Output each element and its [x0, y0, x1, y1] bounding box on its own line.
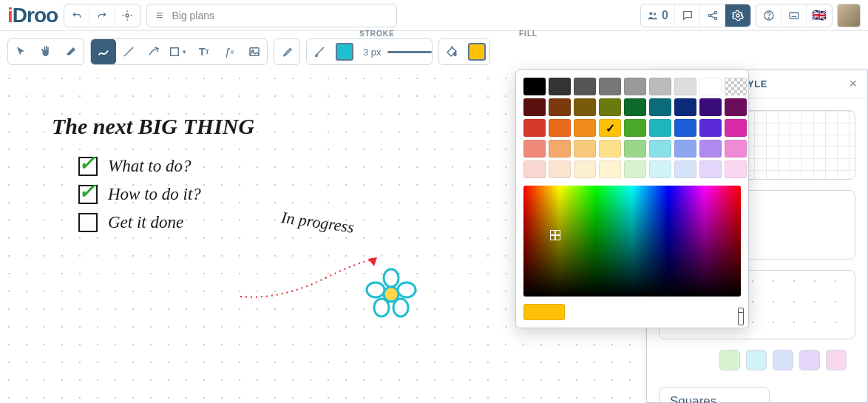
avatar[interactable] — [837, 4, 861, 27]
stroke-style-button[interactable] — [307, 39, 332, 64]
menu-icon[interactable]: ≡ — [156, 9, 163, 22]
stroke-color-button[interactable] — [332, 39, 357, 64]
image-tool[interactable] — [242, 39, 267, 64]
help-button[interactable] — [756, 4, 781, 27]
bg-color-swatch[interactable] — [826, 350, 847, 370]
palette-swatch[interactable] — [699, 78, 722, 95]
stroke-label: STROKE — [359, 30, 395, 38]
settings-button[interactable] — [725, 4, 750, 27]
palette-swatch[interactable] — [699, 98, 722, 116]
palette-swatch[interactable] — [649, 140, 671, 158]
line-tool[interactable] — [116, 39, 141, 64]
shape-tool[interactable]: ▾ — [166, 39, 191, 64]
palette-swatch[interactable] — [725, 98, 747, 116]
palette-swatch[interactable] — [674, 140, 696, 158]
palette-swatch[interactable] — [674, 119, 696, 137]
palette-swatch[interactable] — [624, 119, 646, 137]
palette-swatch[interactable] — [574, 98, 596, 116]
checklist-text: Get it done — [108, 213, 183, 232]
chat-button[interactable] — [675, 4, 700, 27]
bg-color-swatch[interactable] — [746, 350, 767, 370]
palette-swatch[interactable] — [624, 98, 646, 116]
color-picker-popover: ✓ — [515, 70, 749, 328]
palette-swatch[interactable] — [599, 78, 621, 95]
palette-swatch[interactable] — [725, 160, 747, 178]
palette-swatch[interactable] — [599, 98, 621, 116]
palette-swatch[interactable] — [725, 119, 747, 137]
fill-controls — [438, 38, 490, 65]
svg-point-1 — [649, 12, 652, 15]
text-tool[interactable]: TT — [191, 39, 217, 64]
bg-color-swatch[interactable] — [799, 350, 820, 370]
palette-swatch[interactable] — [574, 160, 596, 178]
checklist-item: How to do it? — [78, 185, 591, 204]
palette-swatch[interactable] — [725, 140, 747, 158]
color-gradient[interactable] — [523, 186, 741, 297]
palette-swatch[interactable] — [523, 140, 546, 158]
palette-swatch[interactable] — [523, 98, 546, 116]
checkbox[interactable] — [78, 213, 98, 232]
palette-swatch[interactable] — [523, 160, 546, 178]
palette-swatch[interactable] — [599, 140, 621, 158]
arrow-tool[interactable] — [141, 39, 166, 64]
pan-tool[interactable] — [33, 39, 58, 64]
palette-swatch[interactable] — [523, 119, 546, 137]
palette-swatch[interactable] — [699, 160, 722, 178]
fill-bucket-button[interactable] — [439, 39, 464, 64]
palette-swatch[interactable] — [674, 98, 696, 116]
logo-letter-i: i — [7, 4, 13, 27]
gradient-cursor[interactable] — [550, 230, 560, 240]
palette-swatch[interactable]: ✓ — [599, 119, 621, 137]
close-icon[interactable]: × — [849, 76, 857, 92]
bg-color-swatch[interactable] — [719, 350, 740, 370]
palette-swatch[interactable] — [674, 78, 696, 95]
locate-button[interactable] — [115, 4, 140, 27]
fill-color-button[interactable] — [464, 39, 489, 64]
palette-swatch[interactable] — [549, 140, 571, 158]
palette-swatch[interactable] — [574, 119, 596, 137]
bg-caption[interactable]: Squares — [659, 387, 770, 403]
stroke-width-value[interactable]: 3 px — [357, 47, 387, 58]
palette-swatch[interactable] — [699, 119, 722, 137]
language-button[interactable]: 🇬🇧 — [807, 4, 832, 27]
palette-swatch[interactable] — [549, 119, 571, 137]
share-button[interactable] — [700, 4, 725, 27]
palette-swatch[interactable] — [674, 160, 696, 178]
slider-handle[interactable] — [738, 312, 744, 325]
palette-swatch[interactable] — [649, 98, 671, 116]
undo-button[interactable] — [64, 4, 89, 27]
palette-swatch[interactable] — [725, 78, 747, 95]
palette-swatch[interactable] — [599, 160, 621, 178]
select-tools — [7, 38, 84, 65]
palette-swatch[interactable] — [649, 119, 671, 137]
redo-button[interactable] — [89, 4, 115, 27]
eyedropper-group — [274, 38, 300, 65]
checkbox[interactable] — [78, 157, 98, 176]
palette-swatch[interactable] — [649, 78, 671, 95]
palette-swatch[interactable] — [574, 78, 596, 95]
eraser-tool[interactable] — [58, 39, 84, 64]
keyboard-button[interactable] — [781, 4, 807, 27]
svg-point-8 — [768, 17, 769, 18]
palette-swatch[interactable] — [624, 160, 646, 178]
pointer-tool[interactable] — [8, 39, 33, 64]
palette-swatch[interactable] — [624, 78, 646, 95]
arrow-drawing — [237, 256, 384, 308]
palette-swatch[interactable] — [649, 160, 671, 178]
palette-swatch[interactable] — [699, 140, 722, 158]
palette-swatch[interactable] — [549, 98, 571, 116]
palette-swatch[interactable] — [549, 160, 571, 178]
board-title-bar[interactable]: ≡ Big plans — [146, 4, 397, 27]
palette-swatch[interactable] — [549, 78, 571, 95]
checkbox[interactable] — [78, 185, 98, 204]
eyedropper-tool[interactable] — [274, 39, 299, 64]
stroke-preview[interactable] — [387, 45, 432, 58]
bg-color-swatch[interactable] — [773, 350, 793, 370]
formula-tool[interactable]: ƒx — [217, 39, 242, 64]
palette-swatch[interactable] — [574, 140, 596, 158]
participants-button[interactable]: 0 — [641, 4, 675, 27]
palette-swatch[interactable] — [624, 140, 646, 158]
pen-tool[interactable] — [91, 39, 116, 64]
palette-swatch[interactable] — [523, 78, 546, 95]
history-group — [64, 4, 140, 27]
